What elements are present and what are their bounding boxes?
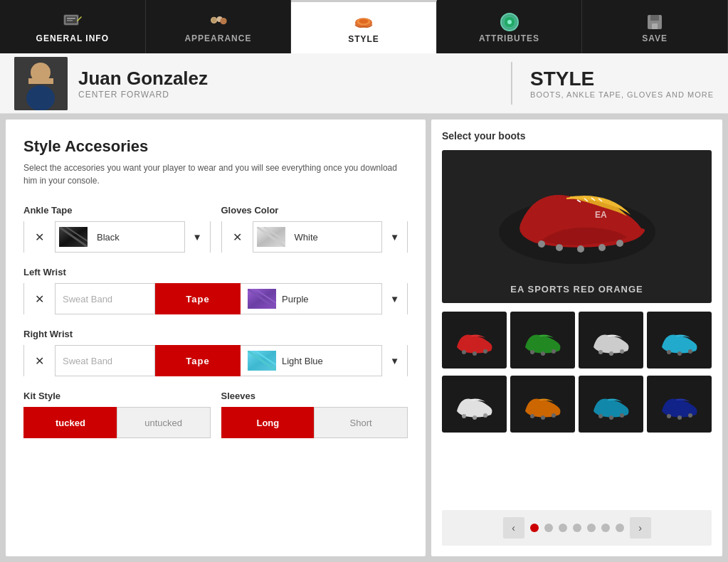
boot-thumb-1[interactable] (442, 312, 507, 369)
svg-point-55 (677, 351, 682, 356)
pagination-prev-button[interactable]: ‹ (503, 517, 524, 539)
left-wrist-label: Left Wrist (23, 267, 408, 277)
tab-appearance-label: APPEARANCE (184, 33, 251, 43)
general-info-icon (61, 14, 84, 31)
sleeves-long-button[interactable]: Long (221, 407, 315, 438)
gloves-dropdown-button[interactable]: ▼ (381, 221, 407, 253)
left-wrist-row: Left Wrist ✕ Sweat Band Tape (23, 267, 408, 314)
left-wrist-clear-button[interactable]: ✕ (24, 283, 56, 314)
right-wrist-color-name: Light Blue (282, 356, 374, 366)
pagination-dot-7[interactable] (616, 524, 624, 532)
right-wrist-clear-button[interactable]: ✕ (24, 345, 56, 376)
boot-thumb-8[interactable] (647, 376, 712, 433)
top-navigation: GENERAL INFO APPEARANCE STYLE (0, 0, 728, 53)
pagination-dot-6[interactable] (601, 524, 610, 532)
ankle-tape-dropdown-button[interactable]: ▼ (184, 221, 210, 253)
pagination-next-button[interactable]: › (630, 517, 651, 539)
player-info: Juan Gonzalez CENTER FORWARD (78, 68, 493, 100)
svg-text:EA: EA (595, 210, 607, 220)
boot-grid (442, 312, 712, 369)
svg-rect-21 (28, 78, 53, 84)
svg-point-45 (462, 350, 466, 354)
svg-point-67 (677, 415, 682, 420)
gloves-color-col: Gloves Color ✕ (221, 205, 408, 253)
pagination-dot-2[interactable] (544, 524, 553, 532)
tab-attributes[interactable]: ATTRIBUTES (437, 0, 583, 53)
right-wrist-dropdown-button[interactable]: ▼ (381, 345, 407, 376)
svg-point-5 (212, 18, 216, 23)
ankle-tape-col: Ankle Tape ✕ (23, 205, 211, 253)
gloves-color-name: White (289, 232, 382, 243)
svg-point-7 (221, 18, 227, 24)
ankle-gloves-row: Ankle Tape ✕ (23, 205, 408, 253)
svg-point-43 (598, 244, 606, 251)
panel-description: Select the accesories you want your play… (23, 161, 408, 187)
left-wrist-color-preview: Purple (241, 283, 381, 314)
svg-point-10 (359, 19, 368, 24)
avatar (14, 57, 68, 110)
right-wrist-tape-button[interactable]: Tape (155, 345, 241, 376)
svg-point-65 (620, 413, 624, 418)
left-wrist-tape-button[interactable]: Tape (155, 283, 241, 314)
kit-style-col: Kit Style tucked untucked (23, 391, 211, 438)
svg-point-19 (26, 85, 55, 110)
svg-point-13 (507, 20, 512, 24)
featured-boot-image: EA (442, 156, 712, 280)
player-position: CENTER FORWARD (78, 90, 493, 100)
boot-thumb-6[interactable] (510, 376, 575, 433)
kit-tucked-button[interactable]: tucked (23, 407, 117, 438)
pagination-dot-3[interactable] (559, 524, 567, 532)
svg-point-52 (609, 351, 613, 356)
right-wrist-sweatband-label: Sweat Band (56, 345, 155, 376)
section-subtitle: BOOTS, ANKLE TAPE, GLOVES AND MORE (530, 90, 714, 99)
left-wrist-control: ✕ Sweat Band Tape (23, 283, 408, 314)
svg-point-40 (538, 240, 545, 248)
tab-save[interactable]: SAVE (582, 0, 728, 53)
boots-panel: Select your boots (431, 120, 722, 556)
svg-point-47 (483, 349, 487, 354)
right-wrist-label: Right Wrist (23, 329, 408, 339)
style-accessories-panel: Style Accesories Select the accesories y… (6, 120, 426, 556)
kit-style-toggle: tucked untucked (23, 407, 211, 438)
boot-thumb-4[interactable] (647, 312, 712, 369)
gloves-clear-button[interactable]: ✕ (222, 221, 253, 253)
sleeves-short-button[interactable]: Short (314, 407, 408, 438)
boot-thumb-5[interactable] (442, 376, 507, 433)
ankle-tape-swatch (56, 221, 91, 253)
save-icon (643, 14, 666, 31)
svg-point-51 (598, 350, 603, 354)
featured-boot[interactable]: EA EA SPORTS RED ORANGE (442, 150, 712, 303)
svg-point-63 (598, 414, 603, 418)
kit-style-label: Kit Style (23, 391, 211, 401)
tab-style[interactable]: STYLE (291, 0, 437, 53)
boot-thumb-3[interactable] (579, 312, 643, 369)
main-content: Style Accesories Select the accesories y… (0, 114, 728, 562)
svg-point-66 (667, 414, 671, 418)
left-wrist-sweatband-label: Sweat Band (56, 283, 155, 314)
pagination-dot-1[interactable] (530, 524, 539, 532)
player-name: Juan Gonzalez (78, 68, 493, 90)
kit-untucked-button[interactable]: untucked (117, 407, 211, 438)
pagination-dot-5[interactable] (587, 524, 596, 532)
gloves-control: ✕ (221, 221, 408, 253)
tab-general-info[interactable]: GENERAL INFO (0, 0, 146, 53)
gloves-color-label: Gloves Color (221, 205, 408, 216)
ankle-tape-control: ✕ (23, 221, 211, 253)
tab-general-info-label: GENERAL INFO (36, 33, 109, 43)
svg-rect-16 (652, 23, 658, 29)
tab-save-label: SAVE (642, 33, 668, 43)
left-wrist-dropdown-button[interactable]: ▼ (381, 283, 407, 314)
kit-sleeves-row: Kit Style tucked untucked Sleeves Long S… (23, 391, 408, 438)
gloves-swatch (253, 221, 289, 253)
ankle-tape-color-name: Black (91, 232, 184, 243)
svg-point-62 (552, 413, 556, 418)
tab-appearance[interactable]: APPEARANCE (146, 0, 292, 53)
right-wrist-control: ✕ Sweat Band Tape (23, 345, 408, 376)
boot-thumb-7[interactable] (579, 376, 643, 433)
attributes-icon (498, 14, 521, 31)
pagination-dot-4[interactable] (573, 524, 581, 532)
ankle-tape-clear-button[interactable]: ✕ (24, 221, 56, 253)
panel-title: Style Accesories (23, 137, 408, 156)
boot-thumb-2[interactable] (510, 312, 575, 369)
svg-point-20 (33, 65, 48, 80)
